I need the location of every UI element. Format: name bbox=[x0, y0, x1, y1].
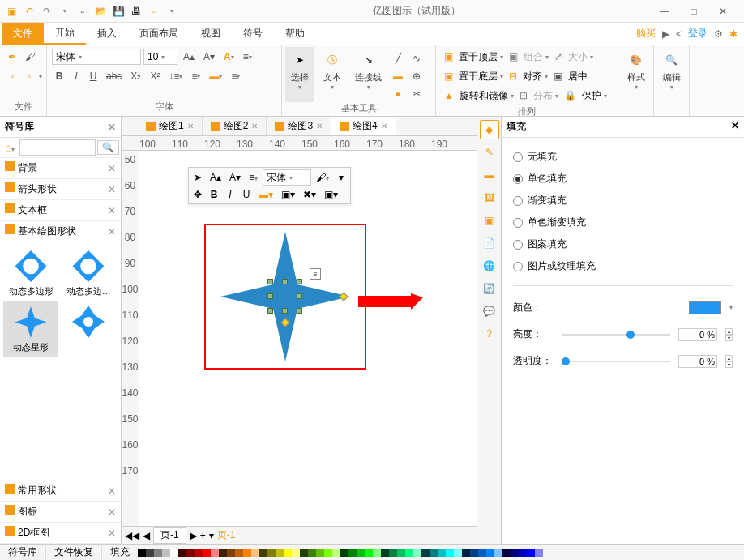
logo-icon[interactable]: ✱ bbox=[729, 28, 738, 40]
distribute-label[interactable]: 分布 bbox=[533, 89, 553, 103]
fill-option-pattern[interactable]: 图案填充 bbox=[513, 233, 733, 255]
share-icon[interactable]: ▶ bbox=[662, 28, 669, 40]
page-name[interactable]: 页-1 bbox=[217, 528, 236, 542]
crop-icon[interactable]: ✂ bbox=[409, 86, 424, 102]
color-chip[interactable] bbox=[373, 549, 381, 557]
color-chip[interactable] bbox=[365, 549, 373, 557]
send-back-icon[interactable]: ▣ bbox=[441, 68, 456, 84]
bullets-icon[interactable]: ≡▾ bbox=[240, 49, 255, 65]
image-tool-icon[interactable]: 🖼 bbox=[480, 188, 499, 207]
color-chip[interactable] bbox=[186, 549, 195, 557]
color-chip[interactable] bbox=[308, 549, 316, 557]
color-chip[interactable] bbox=[462, 549, 470, 557]
color-chip[interactable] bbox=[332, 549, 340, 557]
help-tool-icon[interactable]: ? bbox=[480, 324, 499, 344]
line-icon[interactable]: ╱ bbox=[390, 50, 406, 66]
cat-close-icon[interactable]: ✕ bbox=[108, 507, 116, 518]
shape-polygon[interactable]: 动态多边形 bbox=[3, 246, 58, 301]
opacity-input[interactable] bbox=[678, 355, 717, 368]
font-decrease-icon[interactable]: A▾ bbox=[200, 49, 218, 65]
color-dropdown-icon[interactable]: ▾ bbox=[729, 304, 733, 311]
ft-bullets-icon[interactable]: ≡▾ bbox=[246, 170, 261, 185]
history-tool-icon[interactable]: 🔄 bbox=[480, 279, 499, 298]
page-tab[interactable]: 页-1 bbox=[153, 527, 186, 544]
search-input[interactable] bbox=[19, 139, 96, 156]
page-nav-first-icon[interactable]: ◀◀ bbox=[125, 530, 139, 541]
tab-drawing3[interactable]: 绘图3✕ bbox=[267, 117, 331, 135]
shadow-tool-icon[interactable]: ▬ bbox=[480, 165, 499, 185]
globe-tool-icon[interactable]: 🌐 bbox=[480, 256, 499, 276]
distribute-icon[interactable]: ⊟ bbox=[516, 88, 531, 104]
brightness-slider[interactable] bbox=[562, 334, 670, 336]
ft-select-icon[interactable]: ➤ bbox=[190, 170, 205, 185]
color-chip[interactable] bbox=[535, 549, 543, 557]
menu-help[interactable]: 帮助 bbox=[274, 23, 316, 45]
color-chip[interactable] bbox=[470, 549, 478, 557]
cat-2dbox[interactable]: 2D框图✕ bbox=[0, 523, 121, 544]
numbering-icon[interactable]: ≡▾ bbox=[188, 68, 203, 84]
group-icon[interactable]: ▣ bbox=[506, 49, 521, 65]
status-tab-recovery[interactable]: 文件恢复 bbox=[46, 544, 102, 560]
ft-tools-icon[interactable]: ✖▾ bbox=[300, 187, 319, 202]
fill-panel-close-icon[interactable]: ✕ bbox=[731, 120, 739, 134]
color-chip[interactable] bbox=[519, 549, 527, 557]
login-link[interactable]: 登录 bbox=[688, 27, 708, 41]
color-chip[interactable] bbox=[511, 549, 519, 557]
color-chip[interactable] bbox=[267, 549, 276, 557]
redo-icon[interactable]: ↷ bbox=[39, 3, 55, 19]
page-dropdown-icon[interactable]: ▾ bbox=[209, 530, 214, 541]
color-chip[interactable] bbox=[195, 549, 203, 557]
ft-more-icon[interactable]: ▣▾ bbox=[321, 187, 341, 202]
color-chip[interactable] bbox=[454, 549, 462, 557]
gear-icon[interactable]: ⚙ bbox=[714, 28, 723, 40]
color-chip[interactable] bbox=[478, 549, 486, 557]
resize-handle[interactable] bbox=[282, 308, 288, 314]
tab-drawing4[interactable]: 绘图4✕ bbox=[331, 117, 396, 135]
cat-common[interactable]: 常用形状✕ bbox=[0, 481, 121, 502]
file-menu[interactable]: 文件 bbox=[2, 23, 44, 45]
text-tool[interactable]: Ⓐ文本▾ bbox=[318, 47, 347, 102]
cloud-icon[interactable]: < bbox=[676, 28, 682, 40]
color-chip[interactable] bbox=[357, 549, 365, 557]
spinner-down-icon[interactable]: ▾ bbox=[725, 335, 733, 341]
cat-close-icon[interactable]: ✕ bbox=[108, 163, 116, 174]
status-tab-library[interactable]: 符号库 bbox=[0, 544, 46, 560]
subscript-button[interactable]: X₂ bbox=[127, 68, 144, 84]
undo-icon[interactable]: ↶ bbox=[21, 3, 37, 19]
color-chip[interactable] bbox=[405, 549, 413, 557]
new-icon[interactable]: ▫ bbox=[75, 3, 91, 19]
cat-textbox[interactable]: 文本框✕ bbox=[0, 200, 121, 221]
rotate-icon[interactable]: ▲ bbox=[441, 88, 457, 104]
ft-underline-button[interactable]: U bbox=[239, 187, 254, 202]
color-chip[interactable] bbox=[243, 549, 251, 557]
color-chip[interactable] bbox=[316, 549, 324, 557]
color-chip[interactable] bbox=[438, 549, 446, 557]
color-chip[interactable] bbox=[486, 549, 494, 557]
color-chip[interactable] bbox=[162, 549, 170, 557]
cat-close-icon[interactable]: ✕ bbox=[108, 205, 116, 216]
qat-more[interactable]: ▾ bbox=[57, 3, 73, 19]
brush-icon[interactable]: 🖌 bbox=[22, 49, 38, 65]
panel-close-icon[interactable]: ✕ bbox=[108, 122, 116, 133]
color-chip[interactable] bbox=[348, 549, 357, 557]
spinner-up-icon[interactable]: ▴ bbox=[725, 328, 733, 335]
center-label[interactable]: 居中 bbox=[568, 70, 588, 83]
shape-ninja-star[interactable] bbox=[61, 301, 116, 356]
rect-icon[interactable]: ▬ bbox=[390, 68, 406, 84]
smart-tag-icon[interactable]: ≡ bbox=[310, 268, 321, 280]
ft-bold-button[interactable]: B bbox=[207, 187, 221, 202]
fill-option-solid[interactable]: 单色填充 bbox=[513, 168, 733, 190]
curve-icon[interactable]: ∿ bbox=[409, 50, 424, 66]
minimize-button[interactable]: — bbox=[653, 2, 676, 21]
color-chip[interactable] bbox=[138, 549, 146, 557]
color-chip[interactable] bbox=[430, 549, 438, 557]
resize-handle[interactable] bbox=[297, 293, 302, 299]
size-icon[interactable]: ⤢ bbox=[551, 49, 566, 65]
shape-polygon-2[interactable]: 动态多边… bbox=[61, 246, 116, 301]
font-size-combo[interactable]: 10 bbox=[143, 49, 177, 65]
color-chip[interactable] bbox=[340, 549, 348, 557]
close-button[interactable]: ✕ bbox=[712, 2, 734, 21]
color-chip[interactable] bbox=[300, 549, 308, 557]
buy-link[interactable]: 购买 bbox=[636, 27, 656, 41]
resize-handle[interactable] bbox=[297, 308, 302, 314]
